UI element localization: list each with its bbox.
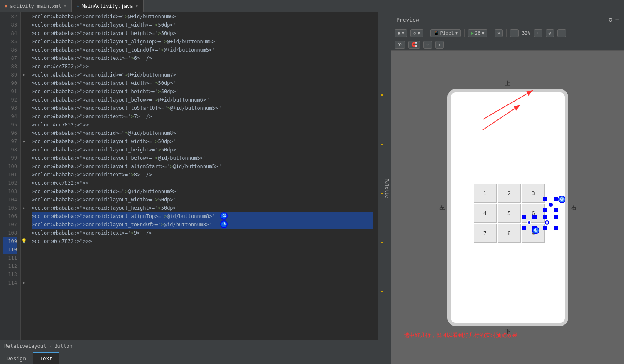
preview-toolbar: ◆ ▼ ◇ ▼ 📱 Pixel ▼ ▶ 28 ▼ » xyxy=(391,27,624,39)
breadcrumb-item-1[interactable]: RelativeLayout xyxy=(4,343,46,349)
code-line[interactable]: >color:#cc7832;>">>> xyxy=(32,237,373,245)
selection-handle-bl xyxy=(543,208,547,212)
code-line[interactable]: >color:#cc7832;>">> xyxy=(32,179,373,187)
code-line[interactable]: >color:#bababa;>">android:layout_width>=… xyxy=(32,21,373,29)
sel-9-tr xyxy=(554,215,558,219)
line-number: 112 xyxy=(3,262,17,270)
eye-btn[interactable]: 👁 xyxy=(395,41,405,49)
preview-button-8[interactable]: 8 xyxy=(498,224,521,243)
line-number: 85 xyxy=(3,37,17,46)
style-arrow: ▼ xyxy=(418,30,420,36)
code-line[interactable]: >color:#bababa;>">android:text>=">8>" /> xyxy=(32,171,373,179)
code-line[interactable]: >color:#bababa;>">android:layout_height>… xyxy=(32,29,373,37)
code-line[interactable]: >color:#bababa;>">android:layout_below>=… xyxy=(32,154,373,162)
line-number: 103 xyxy=(3,187,17,196)
code-line[interactable]: >color:#bababa;>">android:id>=">@+id/but… xyxy=(32,12,373,21)
device-arrow: ▼ xyxy=(455,30,458,36)
code-line[interactable]: >color:#bababa;>">android:layout_width>=… xyxy=(32,137,373,146)
fold-marker[interactable]: ▸ xyxy=(21,71,27,79)
zoom-in-btn[interactable]: + xyxy=(534,29,542,37)
tab-xml-close[interactable]: ✕ xyxy=(64,3,67,9)
zoom-out-icon: − xyxy=(513,30,516,36)
resize-v-btn[interactable]: ↕ xyxy=(435,41,444,49)
toolbar-sep2 xyxy=(464,29,465,37)
line-number: 88 xyxy=(3,62,17,71)
fold-marker[interactable]: ▸ xyxy=(21,204,27,212)
fold-marker[interactable]: ▸ xyxy=(21,279,27,287)
zoom-reset-btn[interactable]: ⊙ xyxy=(546,29,554,37)
code-line[interactable]: >color:#bababa;>">android:layout_width>=… xyxy=(32,196,373,204)
code-line[interactable]: >color:#cc7832;>">> xyxy=(32,121,373,129)
tab-text[interactable]: Text xyxy=(33,352,59,364)
code-line[interactable]: >color:#bababa;>">android:text>=">6>" /> xyxy=(32,54,373,62)
code-line[interactable]: >color:#bababa;>">android:id>=">@+id/but… xyxy=(32,129,373,137)
resize-h-btn[interactable]: ↔ xyxy=(423,41,432,49)
fold-marker xyxy=(21,162,27,171)
fold-marker xyxy=(21,112,27,121)
preview-button-1[interactable]: 1 xyxy=(474,184,497,203)
device-dropdown[interactable]: 📱 Pixel ▼ xyxy=(430,29,461,37)
code-line[interactable]: >color:#bababa;>">android:layout_below>=… xyxy=(32,96,373,104)
preview-button-7[interactable]: 7 xyxy=(474,224,497,243)
sel-8-tr xyxy=(532,215,537,219)
code-line[interactable]: >color:#bababa;>">android:layout_height>… xyxy=(32,204,373,212)
code-line[interactable]: >color:#bababa;>">android:layout_alignTo… xyxy=(32,212,373,220)
preview-button-3[interactable]: 3 xyxy=(522,184,545,203)
theme-dropdown[interactable]: ◆ ▼ xyxy=(395,29,407,37)
main-layout: 8283848586878889909192939495969798991001… xyxy=(0,12,624,364)
preview-button-4[interactable]: 4 xyxy=(474,204,497,223)
style-dropdown[interactable]: ◇ ▼ xyxy=(410,29,423,37)
minimize-icon[interactable]: ─ xyxy=(616,16,619,23)
code-line[interactable]: >color:#bababa;>">android:id>=">@+id/but… xyxy=(32,71,373,79)
code-content[interactable]: >color:#bababa;>">android:id>=">@+id/but… xyxy=(27,12,378,340)
preview-button-6[interactable]: 6 xyxy=(522,204,545,223)
fold-marker xyxy=(21,54,27,62)
dir-top-label: 上 xyxy=(505,80,510,87)
selection-handle-br xyxy=(554,208,558,212)
code-line[interactable]: >color:#bababa;>">android:layout_toEndOf… xyxy=(32,220,373,229)
line-number: 98 xyxy=(3,146,17,154)
annotation-text: 选中好几行，就可以看到好几行的实时预览效果 xyxy=(404,332,517,339)
scrollbar-mark xyxy=(381,193,383,194)
code-line[interactable]: >color:#bababa;>">android:layout_toStart… xyxy=(32,104,373,112)
zoom-out-btn[interactable]: − xyxy=(510,29,519,37)
fold-marker xyxy=(21,220,27,229)
toolbar-sep1 xyxy=(427,29,427,37)
code-line[interactable]: >color:#bababa;>">android:layout_height>… xyxy=(32,87,373,96)
api-dropdown[interactable]: ▶ 28 ▼ xyxy=(468,29,487,37)
preview-button-2[interactable]: 2 xyxy=(498,184,521,203)
code-line[interactable]: >color:#cc7832;>">> xyxy=(32,62,373,71)
magnet-btn[interactable]: 🧲 xyxy=(408,41,420,49)
code-line[interactable]: >color:#bababa;>">android:layout_toEndOf… xyxy=(32,46,373,54)
device-icon: 📱 xyxy=(433,30,439,36)
code-line[interactable]: >color:#bababa;>">android:id>=">@+id/but… xyxy=(32,187,373,196)
sel-9-tl xyxy=(543,215,547,219)
tab-design[interactable]: Design xyxy=(0,352,33,364)
java-icon: ☕ xyxy=(77,4,79,8)
code-line[interactable]: >color:#bababa;>">android:layout_width>=… xyxy=(32,79,373,87)
fold-marker xyxy=(21,129,27,137)
line-number: 106 xyxy=(3,212,17,220)
code-line[interactable]: >color:#bababa;>">android:text>=">7>" /> xyxy=(32,112,373,121)
fold-marker xyxy=(21,196,27,204)
scrollbar[interactable] xyxy=(378,12,383,340)
code-line[interactable]: >color:#bababa;>">android:layout_height>… xyxy=(32,146,373,154)
locale-btn[interactable]: » xyxy=(495,29,503,37)
fold-marker[interactable]: ▸ xyxy=(21,137,27,146)
breadcrumb-item-2[interactable]: Button xyxy=(54,343,72,349)
tab-xml[interactable]: ■ activity_main.xml ✕ xyxy=(0,0,72,12)
settings-icon[interactable]: ⚙ xyxy=(609,16,612,23)
api-label: 28 xyxy=(475,30,480,36)
line-number: 114 xyxy=(3,279,17,287)
fold-marker xyxy=(21,46,27,54)
code-line[interactable]: >color:#bababa;>">android:layout_alignSt… xyxy=(32,162,373,171)
code-line[interactable]: >color:#bababa;>">android:text>=">9>" /> xyxy=(32,229,373,237)
tab-java-close[interactable]: ✕ xyxy=(135,3,138,9)
tab-java[interactable]: ☕ MainActivity.java ✕ xyxy=(72,0,143,12)
preview-button-5[interactable]: 5 xyxy=(498,204,521,223)
warning-btn[interactable]: ! xyxy=(557,29,566,37)
dir-left-label: 左 xyxy=(439,204,445,211)
fold-marker xyxy=(21,245,27,254)
bottom-tabs: Design Text xyxy=(0,352,383,364)
code-line[interactable]: >color:#bababa;>">android:layout_alignTo… xyxy=(32,37,373,46)
